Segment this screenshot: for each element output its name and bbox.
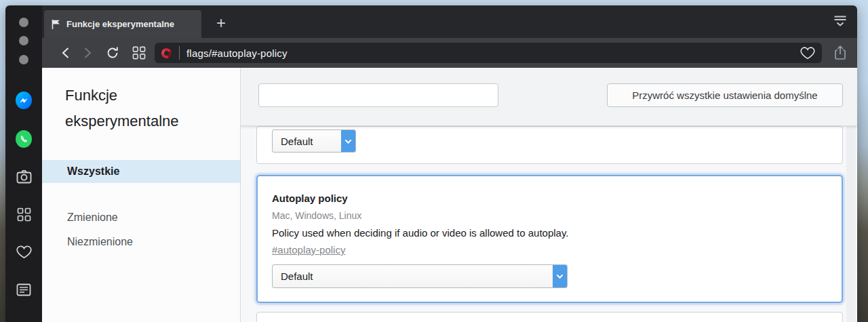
flag-select[interactable]: Default xyxy=(272,129,356,153)
news-icon[interactable] xyxy=(16,281,32,298)
window-control-close[interactable] xyxy=(19,18,28,27)
nav-item-wszystkie[interactable]: Wszystkie xyxy=(42,160,240,183)
messenger-badge xyxy=(16,92,32,109)
flags-header: Przywróć wszystkie ustawienia domyślne xyxy=(241,68,857,126)
flag-description: Policy used when deciding if audio or vi… xyxy=(272,227,842,239)
start-page-grid-icon[interactable] xyxy=(131,45,147,60)
tab-menu-icon[interactable] xyxy=(833,14,848,31)
chevron-down-icon xyxy=(345,137,352,144)
flags-main: Przywróć wszystkie ustawienia domyślne D… xyxy=(241,68,857,322)
tab-bar: Funkcje eksperymentalne + xyxy=(42,5,857,38)
speed-dial-icon[interactable] xyxy=(16,206,32,222)
back-icon[interactable] xyxy=(57,45,73,60)
reload-icon[interactable] xyxy=(104,45,121,60)
reset-all-button[interactable]: Przywróć wszystkie ustawienia domyślne xyxy=(607,83,843,107)
flag-permalink[interactable]: #autoplay-policy xyxy=(272,244,345,256)
flag-icon xyxy=(51,19,61,30)
nav-item-niezmienione[interactable]: Niezmienione xyxy=(42,230,240,254)
camera-icon[interactable] xyxy=(16,168,32,184)
search-input[interactable] xyxy=(258,83,498,107)
page-content: Funkcje eksperymentalne Wszystkie Zmieni… xyxy=(42,68,857,322)
flag-title: Autoplay policy xyxy=(272,193,842,204)
url-field[interactable]: flags/#autoplay-policy xyxy=(155,43,822,63)
chevron-down-icon xyxy=(557,272,564,279)
tab-title: Funkcje eksperymentalne xyxy=(66,19,174,29)
tab-funkcje-eksperymentalne[interactable]: Funkcje eksperymentalne xyxy=(44,10,201,38)
autoplay-policy-select[interactable]: Default xyxy=(272,264,568,288)
window-control-zoom[interactable] xyxy=(19,55,28,64)
select-value: Default xyxy=(273,265,553,287)
forward-icon[interactable] xyxy=(79,45,96,60)
messenger-icon[interactable] xyxy=(16,92,32,108)
share-icon[interactable] xyxy=(833,45,848,64)
nav-item-zmienione[interactable]: Zmienione xyxy=(42,206,240,229)
browser-window: Funkcje eksperymentalne + flags/#autopla… xyxy=(5,5,857,322)
sidebar xyxy=(5,5,42,322)
heart-icon[interactable] xyxy=(800,46,815,60)
page-title: Funkcje eksperymentalne xyxy=(65,83,208,134)
flag-platforms: Mac, Windows, Linux xyxy=(272,210,842,221)
select-value: Default xyxy=(273,130,341,152)
whatsapp-badge xyxy=(16,130,32,148)
opera-logo xyxy=(160,47,173,60)
select-arrow xyxy=(341,130,355,152)
flag-card-partial-top: Default xyxy=(256,126,843,164)
flag-card-autoplay-policy: Autoplay policy Mac, Windows, Linux Poli… xyxy=(256,175,843,303)
whatsapp-icon[interactable] xyxy=(16,131,32,147)
flag-card-partial-bottom xyxy=(256,312,843,322)
window-control-minimize[interactable] xyxy=(19,36,28,45)
url-separator xyxy=(179,46,180,60)
flags-left-panel: Funkcje eksperymentalne Wszystkie Zmieni… xyxy=(42,68,241,322)
select-arrow xyxy=(553,265,567,287)
bookmarks-heart-icon[interactable] xyxy=(16,243,32,260)
url-text: flags/#autoplay-policy xyxy=(186,47,800,59)
new-tab-button[interactable]: + xyxy=(210,12,232,34)
address-toolbar: flags/#autoplay-policy xyxy=(42,38,857,68)
